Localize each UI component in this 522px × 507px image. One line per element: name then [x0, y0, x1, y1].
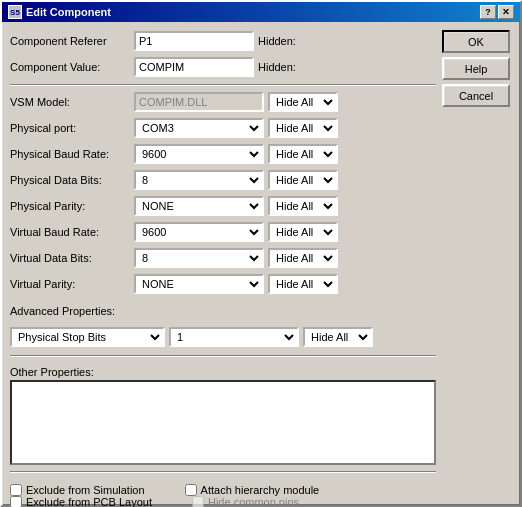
virtual-parity-label: Virtual Parity: [10, 278, 130, 290]
divider-2 [10, 355, 436, 356]
virtual-baud-row: Virtual Baud Rate: 9600 Hide All [10, 221, 436, 243]
physical-parity-select[interactable]: NONE [134, 196, 264, 216]
hide-common-pins-checkbox [192, 496, 204, 507]
other-properties-wrapper [10, 380, 436, 465]
exclude-simulation-item: Exclude from Simulation [10, 484, 145, 496]
physical-baud-label: Physical Baud Rate: [10, 148, 130, 160]
physical-baud-select[interactable]: 9600 [134, 144, 264, 164]
virtual-baud-hide-select[interactable]: Hide All [268, 222, 338, 242]
component-value-label: Component Value: [10, 61, 130, 73]
exclude-simulation-checkbox[interactable] [10, 484, 22, 496]
physical-baud-hide-select[interactable]: Hide All [268, 144, 338, 164]
exclude-simulation-label: Exclude from Simulation [26, 484, 145, 496]
component-value-input[interactable] [134, 57, 254, 77]
physical-data-row: Physical Data Bits: 8 Hide All [10, 169, 436, 191]
close-title-button[interactable]: ✕ [498, 5, 514, 19]
other-properties-label: Other Properties: [10, 366, 436, 378]
exclude-pcb-label: Exclude from PCB Layout [26, 496, 152, 507]
physical-port-hide-select[interactable]: Hide All [268, 118, 338, 138]
advanced-value-select[interactable]: 1 [169, 327, 299, 347]
checkboxes-section: Exclude from Simulation Attach hierarchy… [10, 484, 436, 507]
buttons-column: OK Help Cancel [442, 30, 512, 507]
ok-button[interactable]: OK [442, 30, 510, 53]
physical-baud-row: Physical Baud Rate: 9600 Hide All [10, 143, 436, 165]
title-bar-buttons: ? ✕ [480, 5, 514, 19]
exclude-pcb-checkbox[interactable] [10, 496, 22, 507]
window-title: Edit Component [26, 6, 111, 18]
physical-parity-row: Physical Parity: NONE Hide All [10, 195, 436, 217]
hide-common-pins-label: Hide common pins [208, 496, 299, 507]
physical-parity-hide-select[interactable]: Hide All [268, 196, 338, 216]
exclude-pcb-item: Exclude from PCB Layout [10, 496, 152, 507]
virtual-data-label: Virtual Data Bits: [10, 252, 130, 264]
physical-port-row: Physical port: COM3 Hide All [10, 117, 436, 139]
physical-port-select[interactable]: COM3 [134, 118, 264, 138]
hide-common-pins-item: Hide common pins [192, 496, 299, 507]
attach-hierarchy-checkbox[interactable] [185, 484, 197, 496]
virtual-data-select[interactable]: 8 [134, 248, 264, 268]
other-properties-section: Other Properties: [10, 366, 436, 465]
vsm-model-label: VSM Model: [10, 96, 130, 108]
checkbox-group-2: Exclude from PCB Layout Hide common pins [10, 496, 436, 507]
cancel-button[interactable]: Cancel [442, 84, 510, 107]
advanced-property-select[interactable]: Physical Stop Bits [10, 327, 165, 347]
component-value-row: Component Value: Hidden: [10, 56, 436, 78]
advanced-properties-label: Advanced Properties: [10, 305, 115, 317]
virtual-data-row: Virtual Data Bits: 8 Hide All [10, 247, 436, 269]
virtual-parity-select[interactable]: NONE [134, 274, 264, 294]
component-referer-label: Component Referer [10, 35, 130, 47]
physical-data-select[interactable]: 8 [134, 170, 264, 190]
main-form: Component Referer Hidden: Component Valu… [10, 30, 436, 507]
advanced-controls-row: Physical Stop Bits 1 Hide All [10, 327, 436, 347]
help-button[interactable]: Help [442, 57, 510, 80]
other-properties-textarea[interactable] [10, 380, 436, 465]
attach-hierarchy-item: Attach hierarchy module [185, 484, 320, 496]
divider-1 [10, 84, 436, 85]
physical-port-label: Physical port: [10, 122, 130, 134]
virtual-baud-label: Virtual Baud Rate: [10, 226, 130, 238]
title-bar: S5 Edit Component ? ✕ [2, 2, 520, 22]
advanced-properties-row: Advanced Properties: [10, 299, 436, 321]
attach-hierarchy-label: Attach hierarchy module [201, 484, 320, 496]
checkbox-group-1: Exclude from Simulation Attach hierarchy… [10, 484, 436, 496]
hidden-label-2: Hidden: [258, 61, 288, 73]
vsm-model-hide-select[interactable]: Hide All [268, 92, 338, 112]
edit-component-window: S5 Edit Component ? ✕ Component Referer … [0, 0, 522, 507]
help-title-button[interactable]: ? [480, 5, 496, 19]
content-area: Component Referer Hidden: Component Valu… [2, 22, 520, 507]
vsm-model-row: VSM Model: Hide All [10, 91, 436, 113]
divider-3 [10, 471, 436, 472]
component-referer-row: Component Referer Hidden: [10, 30, 436, 52]
vsm-model-input [134, 92, 264, 112]
physical-data-label: Physical Data Bits: [10, 174, 130, 186]
virtual-parity-row: Virtual Parity: NONE Hide All [10, 273, 436, 295]
title-bar-left: S5 Edit Component [8, 5, 111, 19]
virtual-parity-hide-select[interactable]: Hide All [268, 274, 338, 294]
virtual-data-hide-select[interactable]: Hide All [268, 248, 338, 268]
physical-parity-label: Physical Parity: [10, 200, 130, 212]
component-referer-input[interactable] [134, 31, 254, 51]
physical-data-hide-select[interactable]: Hide All [268, 170, 338, 190]
advanced-hide-select[interactable]: Hide All [303, 327, 373, 347]
window-icon: S5 [8, 5, 22, 19]
hidden-label-1: Hidden: [258, 35, 288, 47]
virtual-baud-select[interactable]: 9600 [134, 222, 264, 242]
